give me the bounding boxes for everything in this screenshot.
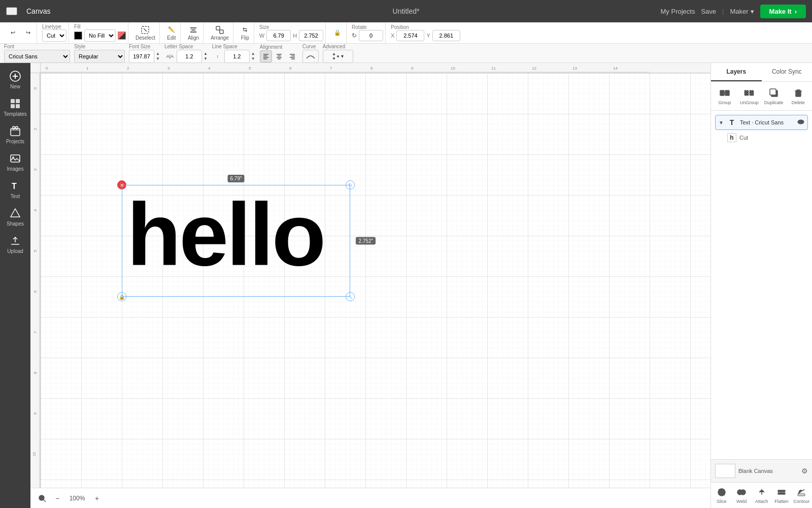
- canvas-settings-button[interactable]: ⚙: [801, 467, 808, 475]
- flatten-label: Flatten: [774, 499, 789, 504]
- flip-button[interactable]: ⇆ Flip: [239, 24, 252, 42]
- panel-actions: Group UnGroup Duplicate Delete: [711, 82, 812, 111]
- attach-label: Attach: [755, 499, 768, 504]
- align-button[interactable]: Align: [186, 24, 201, 42]
- delete-icon: [792, 87, 804, 99]
- flatten-button[interactable]: Flatten: [772, 485, 791, 506]
- zoom-level: 100%: [67, 495, 87, 502]
- sidebar-item-new[interactable]: New: [2, 67, 28, 92]
- my-projects-button[interactable]: My Projects: [661, 8, 695, 15]
- svg-text:T: T: [12, 182, 17, 190]
- redo-button[interactable]: ↪: [21, 27, 35, 39]
- lock-button[interactable]: 🔒: [331, 27, 344, 39]
- flatten-icon: [776, 487, 787, 498]
- contour-button[interactable]: Contour: [792, 485, 811, 506]
- align-label: Align: [188, 35, 199, 41]
- duplicate-button[interactable]: Duplicate: [762, 85, 786, 107]
- save-button[interactable]: Save: [701, 8, 716, 15]
- svg-text:10: 10: [451, 66, 455, 71]
- advanced-group: Advanced ▾: [323, 44, 353, 63]
- zoom-in-button[interactable]: +: [91, 493, 103, 504]
- edit-button[interactable]: ✏️ Edit: [165, 24, 178, 42]
- sidebar-item-shapes[interactable]: Shapes: [2, 204, 28, 230]
- slice-button[interactable]: Slice: [712, 485, 731, 506]
- grid-canvas[interactable]: ✕ ↻ 🔒 ⤡ hello 6.79" 2.752": [41, 73, 710, 488]
- letter-space-down[interactable]: ▼: [203, 56, 208, 61]
- svg-text:3: 3: [33, 168, 38, 171]
- ruler-top: 0 1 2 3 4 5 6 7 8 9 10 11 12 13 14: [41, 63, 710, 73]
- rotate-input[interactable]: [359, 30, 383, 41]
- line-space-input[interactable]: [224, 50, 250, 63]
- style-select[interactable]: Regular: [74, 50, 125, 63]
- layer-item-text[interactable]: ▼ T Text · Cricut Sans: [715, 115, 808, 130]
- width-input[interactable]: [266, 30, 291, 41]
- arrange-button[interactable]: Arrange: [209, 24, 231, 42]
- group-label: Group: [719, 100, 731, 105]
- tab-color-sync[interactable]: Color Sync: [762, 63, 813, 81]
- weld-label: Weld: [736, 499, 747, 504]
- linetype-select[interactable]: Cut: [42, 29, 66, 42]
- sidebar-item-projects[interactable]: Projects: [2, 122, 28, 147]
- menu-button[interactable]: [6, 7, 17, 15]
- weld-button[interactable]: Weld: [732, 485, 751, 506]
- sidebar-item-upload[interactable]: Upload: [2, 232, 28, 257]
- curve-button[interactable]: [302, 50, 319, 63]
- canvas-text-container[interactable]: ✕ ↻ 🔒 ⤡ hello 6.79" 2.752": [122, 185, 350, 297]
- attach-button[interactable]: Attach: [752, 485, 771, 506]
- edit-group: ✏️ Edit: [163, 22, 181, 43]
- group-button[interactable]: Group: [713, 85, 736, 107]
- align-right-button[interactable]: [286, 50, 298, 62]
- make-it-button[interactable]: Make It ›: [760, 5, 806, 18]
- font-size-down[interactable]: ▼: [155, 56, 160, 61]
- handle-bottom-right[interactable]: ⤡: [346, 292, 355, 301]
- group-icon: [719, 87, 731, 99]
- svg-rect-5: [216, 26, 220, 30]
- handle-top-left[interactable]: ✕: [117, 180, 126, 189]
- letter-space-up[interactable]: ▲: [203, 51, 208, 56]
- deselect-icon: [141, 25, 150, 35]
- zoom-out-button[interactable]: −: [52, 493, 63, 504]
- contour-label: Contour: [793, 499, 809, 504]
- handle-top-right[interactable]: ↻: [346, 180, 355, 189]
- canvas-area[interactable]: 0 1 2 3 4 5 6 7 8 9 10 11 12 13 14 0: [30, 63, 710, 508]
- svg-text:10: 10: [32, 452, 36, 456]
- tab-layers[interactable]: Layers: [711, 63, 762, 81]
- undo-button[interactable]: ↩: [6, 27, 19, 39]
- ungroup-icon: [743, 87, 755, 99]
- svg-text:6: 6: [289, 66, 292, 71]
- y-input[interactable]: [432, 30, 460, 41]
- svg-text:1: 1: [86, 66, 89, 71]
- maker-button[interactable]: Maker ▾: [730, 8, 754, 15]
- align-center-button[interactable]: [273, 50, 285, 62]
- hello-text[interactable]: hello: [127, 190, 324, 279]
- height-input[interactable]: [299, 30, 323, 41]
- layer-sub-item[interactable]: h Cut: [715, 131, 808, 144]
- font-size-input[interactable]: [129, 50, 154, 63]
- fill-select[interactable]: No Fill: [84, 29, 116, 42]
- text-label: Text: [11, 194, 20, 199]
- delete-button[interactable]: Delete: [787, 85, 810, 107]
- flip-icon: ⇆: [241, 25, 250, 35]
- deselect-button[interactable]: Deselect: [133, 24, 157, 42]
- align-group: Align: [184, 22, 204, 43]
- stroke-icon[interactable]: [118, 31, 126, 40]
- letter-space-input[interactable]: [177, 50, 202, 63]
- fill-color-swatch[interactable]: [74, 31, 82, 40]
- handle-bottom-left[interactable]: 🔒: [117, 292, 126, 301]
- line-space-down[interactable]: ▼: [251, 56, 256, 61]
- line-space-up[interactable]: ▲: [251, 51, 256, 56]
- font-select[interactable]: Cricut Sans: [4, 50, 70, 63]
- align-left-button[interactable]: [260, 50, 272, 62]
- advanced-button[interactable]: ▾: [323, 50, 353, 63]
- x-input[interactable]: [396, 30, 424, 41]
- layer-chevron[interactable]: ▼: [719, 120, 724, 125]
- font-size-up[interactable]: ▲: [155, 51, 160, 56]
- zoom-target-button[interactable]: [37, 493, 48, 504]
- sidebar-item-text[interactable]: T Text: [2, 177, 28, 202]
- sidebar-item-templates[interactable]: Templates: [2, 94, 28, 120]
- sidebar-item-images[interactable]: Images: [2, 149, 28, 175]
- layer-visibility-button[interactable]: [797, 118, 804, 127]
- svg-rect-74: [745, 90, 749, 96]
- ungroup-button[interactable]: UnGroup: [737, 85, 761, 107]
- linetype-label: Linetype: [42, 24, 66, 29]
